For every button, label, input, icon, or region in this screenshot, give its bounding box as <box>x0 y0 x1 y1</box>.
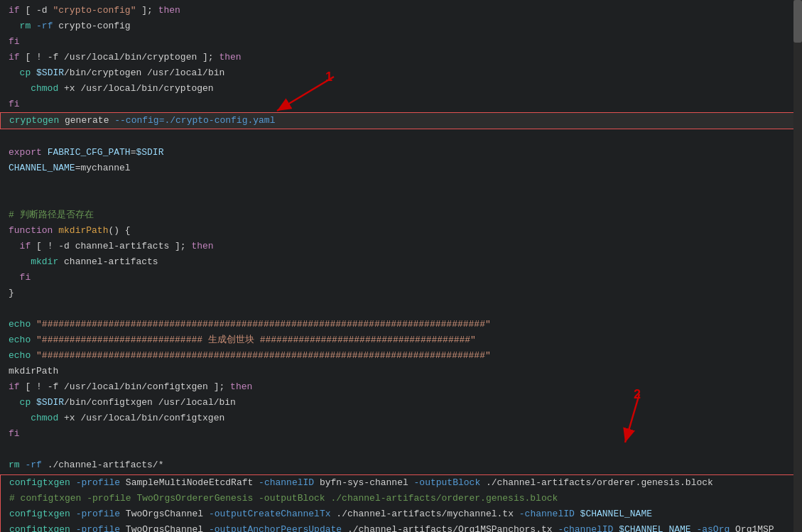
line-23: echo "##################################… <box>0 348 802 364</box>
line-19: } <box>0 286 802 301</box>
line-25: if [ ! -f /usr/local/bin/configtxgen ]; … <box>0 379 802 395</box>
annotation-2: 2 <box>634 387 641 402</box>
line-27: chmod +x /usr/local/bin/configtxgen <box>0 411 802 426</box>
bottom-highlighted-block: configtxgen -profile SampleMultiNodeEtcd… <box>0 474 802 532</box>
line-18: fi <box>0 270 802 286</box>
line-28: fi <box>0 426 802 442</box>
line-26: cp $SDIR/bin/configtxgen /usr/local/bin <box>0 395 802 411</box>
line-2: rm -rf crypto-config <box>0 18 802 34</box>
line-13 <box>0 192 802 207</box>
line-29 <box>0 442 802 457</box>
line-16: if [ ! -d channel-artifacts ]; then <box>0 239 802 254</box>
line-5: cp $SDIR/bin/cryptogen /usr/local/bin <box>0 65 802 81</box>
line-20 <box>0 301 802 317</box>
scrollbar[interactable] <box>793 0 802 532</box>
line-9 <box>0 129 802 145</box>
code-editor: if [ -d "crypto-config" ]; then rm -rf c… <box>0 0 802 532</box>
bottom-line-1: configtxgen -profile SampleMultiNodeEtcd… <box>1 475 801 491</box>
line-30: rm -rf ./channel-artifacts/* <box>0 457 802 473</box>
line-4: if [ ! -f /usr/local/bin/cryptogen ]; th… <box>0 50 802 65</box>
scrollbar-thumb[interactable] <box>793 0 802 43</box>
line-3: fi <box>0 34 802 50</box>
line-14: # 判断路径是否存在 <box>0 207 802 223</box>
line-1: if [ -d "crypto-config" ]; then <box>0 3 802 18</box>
line-24: mkdirPath <box>0 364 802 379</box>
bottom-line-2: # configtxgen -profile TwoOrgsOrdererGen… <box>1 491 801 506</box>
bottom-line-3: configtxgen -profile TwoOrgsChannel -out… <box>1 506 801 522</box>
line-21: echo "##################################… <box>0 317 802 332</box>
highlighted-line-8: cryptogen generate --config=./crypto-con… <box>0 112 802 129</box>
line-11: CHANNEL_NAME=mychannel <box>0 161 802 176</box>
bottom-line-4: configtxgen -profile TwoOrgsChannel -out… <box>1 522 801 532</box>
line-7: fi <box>0 97 802 112</box>
line-12 <box>0 176 802 192</box>
line-15: function mkdirPath() { <box>0 223 802 239</box>
line-10: export FABRIC_CFG_PATH=$SDIR <box>0 145 802 161</box>
line-22: echo "############################# 生成创世… <box>0 332 802 348</box>
line-6: chmod +x /usr/local/bin/cryptogen <box>0 81 802 97</box>
annotation-1: 1 <box>325 70 332 85</box>
line-17: mkdir channel-artifacts <box>0 254 802 270</box>
